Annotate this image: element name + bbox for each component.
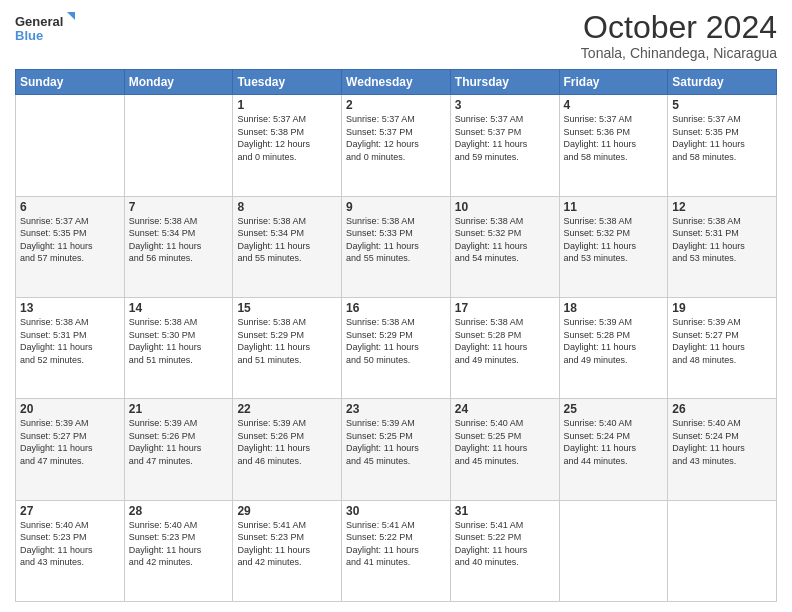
day-number: 17: [455, 301, 555, 315]
day-number: 28: [129, 504, 229, 518]
cell-info: Sunrise: 5:38 AM Sunset: 5:28 PM Dayligh…: [455, 316, 555, 366]
cell-info: Sunrise: 5:40 AM Sunset: 5:23 PM Dayligh…: [129, 519, 229, 569]
calendar-cell: 15Sunrise: 5:38 AM Sunset: 5:29 PM Dayli…: [233, 297, 342, 398]
calendar-cell: 25Sunrise: 5:40 AM Sunset: 5:24 PM Dayli…: [559, 399, 668, 500]
cell-info: Sunrise: 5:39 AM Sunset: 5:26 PM Dayligh…: [129, 417, 229, 467]
location: Tonala, Chinandega, Nicaragua: [581, 45, 777, 61]
week-row-0: 1Sunrise: 5:37 AM Sunset: 5:38 PM Daylig…: [16, 95, 777, 196]
day-number: 13: [20, 301, 120, 315]
day-number: 15: [237, 301, 337, 315]
week-row-4: 27Sunrise: 5:40 AM Sunset: 5:23 PM Dayli…: [16, 500, 777, 601]
day-number: 14: [129, 301, 229, 315]
cell-info: Sunrise: 5:40 AM Sunset: 5:25 PM Dayligh…: [455, 417, 555, 467]
cell-info: Sunrise: 5:39 AM Sunset: 5:27 PM Dayligh…: [672, 316, 772, 366]
calendar-cell: 23Sunrise: 5:39 AM Sunset: 5:25 PM Dayli…: [342, 399, 451, 500]
cell-info: Sunrise: 5:37 AM Sunset: 5:35 PM Dayligh…: [672, 113, 772, 163]
day-number: 6: [20, 200, 120, 214]
cell-info: Sunrise: 5:40 AM Sunset: 5:24 PM Dayligh…: [672, 417, 772, 467]
day-number: 12: [672, 200, 772, 214]
day-number: 26: [672, 402, 772, 416]
cell-info: Sunrise: 5:38 AM Sunset: 5:31 PM Dayligh…: [672, 215, 772, 265]
page: General Blue October 2024 Tonala, Chinan…: [0, 0, 792, 612]
day-number: 9: [346, 200, 446, 214]
calendar-cell: 14Sunrise: 5:38 AM Sunset: 5:30 PM Dayli…: [124, 297, 233, 398]
cell-info: Sunrise: 5:38 AM Sunset: 5:32 PM Dayligh…: [455, 215, 555, 265]
week-row-1: 6Sunrise: 5:37 AM Sunset: 5:35 PM Daylig…: [16, 196, 777, 297]
cell-info: Sunrise: 5:38 AM Sunset: 5:32 PM Dayligh…: [564, 215, 664, 265]
weekday-header-row: SundayMondayTuesdayWednesdayThursdayFrid…: [16, 70, 777, 95]
day-number: 7: [129, 200, 229, 214]
weekday-header-monday: Monday: [124, 70, 233, 95]
cell-info: Sunrise: 5:38 AM Sunset: 5:34 PM Dayligh…: [237, 215, 337, 265]
day-number: 20: [20, 402, 120, 416]
day-number: 31: [455, 504, 555, 518]
day-number: 11: [564, 200, 664, 214]
cell-info: Sunrise: 5:37 AM Sunset: 5:35 PM Dayligh…: [20, 215, 120, 265]
calendar-cell: 28Sunrise: 5:40 AM Sunset: 5:23 PM Dayli…: [124, 500, 233, 601]
calendar-cell: 18Sunrise: 5:39 AM Sunset: 5:28 PM Dayli…: [559, 297, 668, 398]
cell-info: Sunrise: 5:39 AM Sunset: 5:26 PM Dayligh…: [237, 417, 337, 467]
calendar-cell: 22Sunrise: 5:39 AM Sunset: 5:26 PM Dayli…: [233, 399, 342, 500]
day-number: 1: [237, 98, 337, 112]
calendar-cell: [16, 95, 125, 196]
weekday-header-thursday: Thursday: [450, 70, 559, 95]
cell-info: Sunrise: 5:39 AM Sunset: 5:25 PM Dayligh…: [346, 417, 446, 467]
day-number: 24: [455, 402, 555, 416]
week-row-2: 13Sunrise: 5:38 AM Sunset: 5:31 PM Dayli…: [16, 297, 777, 398]
weekday-header-sunday: Sunday: [16, 70, 125, 95]
calendar-cell: 11Sunrise: 5:38 AM Sunset: 5:32 PM Dayli…: [559, 196, 668, 297]
logo-svg: General Blue: [15, 10, 75, 46]
cell-info: Sunrise: 5:39 AM Sunset: 5:28 PM Dayligh…: [564, 316, 664, 366]
calendar-cell: 3Sunrise: 5:37 AM Sunset: 5:37 PM Daylig…: [450, 95, 559, 196]
day-number: 4: [564, 98, 664, 112]
calendar-cell: [559, 500, 668, 601]
logo: General Blue: [15, 10, 75, 46]
month-title: October 2024: [581, 10, 777, 45]
cell-info: Sunrise: 5:38 AM Sunset: 5:29 PM Dayligh…: [346, 316, 446, 366]
weekday-header-tuesday: Tuesday: [233, 70, 342, 95]
svg-marker-2: [67, 12, 75, 20]
calendar-cell: 24Sunrise: 5:40 AM Sunset: 5:25 PM Dayli…: [450, 399, 559, 500]
calendar-cell: 9Sunrise: 5:38 AM Sunset: 5:33 PM Daylig…: [342, 196, 451, 297]
cell-info: Sunrise: 5:38 AM Sunset: 5:31 PM Dayligh…: [20, 316, 120, 366]
calendar-cell: 20Sunrise: 5:39 AM Sunset: 5:27 PM Dayli…: [16, 399, 125, 500]
day-number: 22: [237, 402, 337, 416]
calendar-cell: 21Sunrise: 5:39 AM Sunset: 5:26 PM Dayli…: [124, 399, 233, 500]
calendar-cell: 31Sunrise: 5:41 AM Sunset: 5:22 PM Dayli…: [450, 500, 559, 601]
calendar-cell: 5Sunrise: 5:37 AM Sunset: 5:35 PM Daylig…: [668, 95, 777, 196]
calendar-cell: 12Sunrise: 5:38 AM Sunset: 5:31 PM Dayli…: [668, 196, 777, 297]
day-number: 30: [346, 504, 446, 518]
calendar-cell: 26Sunrise: 5:40 AM Sunset: 5:24 PM Dayli…: [668, 399, 777, 500]
calendar-cell: 8Sunrise: 5:38 AM Sunset: 5:34 PM Daylig…: [233, 196, 342, 297]
day-number: 8: [237, 200, 337, 214]
weekday-header-friday: Friday: [559, 70, 668, 95]
day-number: 10: [455, 200, 555, 214]
calendar-cell: 27Sunrise: 5:40 AM Sunset: 5:23 PM Dayli…: [16, 500, 125, 601]
cell-info: Sunrise: 5:38 AM Sunset: 5:30 PM Dayligh…: [129, 316, 229, 366]
svg-text:Blue: Blue: [15, 28, 43, 43]
day-number: 21: [129, 402, 229, 416]
day-number: 5: [672, 98, 772, 112]
cell-info: Sunrise: 5:40 AM Sunset: 5:23 PM Dayligh…: [20, 519, 120, 569]
cell-info: Sunrise: 5:39 AM Sunset: 5:27 PM Dayligh…: [20, 417, 120, 467]
calendar-cell: 16Sunrise: 5:38 AM Sunset: 5:29 PM Dayli…: [342, 297, 451, 398]
cell-info: Sunrise: 5:37 AM Sunset: 5:38 PM Dayligh…: [237, 113, 337, 163]
day-number: 2: [346, 98, 446, 112]
weekday-header-wednesday: Wednesday: [342, 70, 451, 95]
calendar: SundayMondayTuesdayWednesdayThursdayFrid…: [15, 69, 777, 602]
calendar-cell: 13Sunrise: 5:38 AM Sunset: 5:31 PM Dayli…: [16, 297, 125, 398]
calendar-cell: 30Sunrise: 5:41 AM Sunset: 5:22 PM Dayli…: [342, 500, 451, 601]
cell-info: Sunrise: 5:37 AM Sunset: 5:37 PM Dayligh…: [455, 113, 555, 163]
cell-info: Sunrise: 5:38 AM Sunset: 5:29 PM Dayligh…: [237, 316, 337, 366]
weekday-header-saturday: Saturday: [668, 70, 777, 95]
cell-info: Sunrise: 5:41 AM Sunset: 5:22 PM Dayligh…: [346, 519, 446, 569]
calendar-cell: 10Sunrise: 5:38 AM Sunset: 5:32 PM Dayli…: [450, 196, 559, 297]
calendar-cell: [668, 500, 777, 601]
calendar-cell: 4Sunrise: 5:37 AM Sunset: 5:36 PM Daylig…: [559, 95, 668, 196]
cell-info: Sunrise: 5:40 AM Sunset: 5:24 PM Dayligh…: [564, 417, 664, 467]
day-number: 29: [237, 504, 337, 518]
day-number: 18: [564, 301, 664, 315]
calendar-cell: 6Sunrise: 5:37 AM Sunset: 5:35 PM Daylig…: [16, 196, 125, 297]
day-number: 19: [672, 301, 772, 315]
title-block: October 2024 Tonala, Chinandega, Nicarag…: [581, 10, 777, 61]
